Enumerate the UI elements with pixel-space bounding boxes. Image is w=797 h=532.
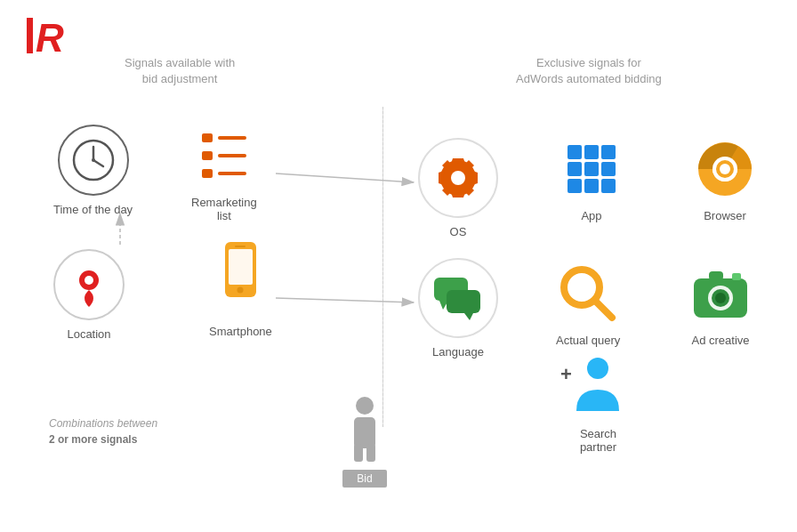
svg-rect-33 xyxy=(584,145,599,159)
language-signal: Language xyxy=(418,258,498,359)
svg-rect-13 xyxy=(202,133,213,142)
bid-section: Bid xyxy=(342,395,387,488)
location-pin-icon xyxy=(67,262,111,307)
svg-point-58 xyxy=(587,358,608,379)
location-circle xyxy=(53,249,125,320)
camera-icon xyxy=(689,262,752,325)
svg-point-45 xyxy=(720,164,730,174)
svg-rect-35 xyxy=(568,162,582,176)
actual-query-label: Actual query xyxy=(556,334,620,347)
combinations-text: Combinations between 2 or more signals xyxy=(49,415,157,447)
divider-line xyxy=(382,107,383,427)
header-left-label: Signals available with bid adjustment xyxy=(125,55,235,87)
clock-icon xyxy=(71,138,116,182)
svg-point-55 xyxy=(715,293,726,303)
search-partner-signal: Search partner xyxy=(569,356,627,454)
svg-rect-56 xyxy=(709,271,723,280)
human-figure: Bid xyxy=(342,395,387,488)
time-circle xyxy=(58,125,129,196)
svg-rect-40 xyxy=(601,179,616,193)
bid-label: Bid xyxy=(342,470,386,488)
language-circle xyxy=(418,258,498,338)
os-circle xyxy=(418,138,498,218)
person-blue-icon xyxy=(569,356,627,418)
os-signal: OS xyxy=(418,138,498,238)
svg-rect-18 xyxy=(218,172,246,175)
svg-rect-48 xyxy=(447,290,480,313)
ad-creative-label: Ad creative xyxy=(689,334,752,347)
svg-rect-36 xyxy=(584,162,599,176)
svg-rect-34 xyxy=(601,145,616,159)
browser-chrome-icon xyxy=(694,138,756,200)
search-partner-label: Search partner xyxy=(569,427,627,454)
smartphone-icon xyxy=(216,240,265,316)
svg-rect-15 xyxy=(202,151,213,160)
svg-rect-20 xyxy=(229,249,253,285)
svg-rect-25 xyxy=(354,444,363,462)
remarketing-icon xyxy=(193,125,255,187)
svg-rect-38 xyxy=(568,179,582,193)
svg-rect-14 xyxy=(218,136,246,140)
language-label: Language xyxy=(418,345,498,359)
svg-rect-22 xyxy=(235,246,246,247)
smartphone-signal: Smartphone xyxy=(209,240,272,338)
app-grid-icon xyxy=(560,138,623,200)
svg-rect-39 xyxy=(584,179,599,193)
app-signal: App xyxy=(560,138,623,222)
svg-rect-26 xyxy=(366,444,375,462)
smartphone-label: Smartphone xyxy=(209,325,272,338)
search-icon xyxy=(557,262,619,325)
logo: R xyxy=(27,16,73,60)
svg-point-31 xyxy=(451,171,465,185)
svg-text:R: R xyxy=(36,16,64,55)
svg-point-21 xyxy=(237,287,243,294)
svg-line-51 xyxy=(595,301,612,318)
browser-signal: Browser xyxy=(694,138,756,222)
svg-rect-17 xyxy=(202,169,213,178)
svg-point-12 xyxy=(85,276,93,285)
svg-line-4 xyxy=(276,173,414,182)
svg-line-5 xyxy=(276,298,414,302)
gear-icon xyxy=(432,152,484,204)
remarketing-label: Remarketing list xyxy=(191,196,257,222)
actual-query-signal: Actual query xyxy=(556,262,620,347)
svg-rect-24 xyxy=(354,417,375,448)
os-label: OS xyxy=(418,225,498,238)
svg-rect-57 xyxy=(732,273,741,280)
browser-label: Browser xyxy=(694,209,756,222)
ad-creative-signal: Ad creative xyxy=(689,262,752,347)
svg-point-10 xyxy=(92,158,95,162)
svg-rect-32 xyxy=(568,145,582,159)
location-label: Location xyxy=(53,327,125,341)
location-signal: Location xyxy=(53,249,125,341)
app-label: App xyxy=(560,209,623,222)
svg-rect-0 xyxy=(27,18,33,53)
remarketing-signal: Remarketing list xyxy=(191,125,257,222)
svg-rect-16 xyxy=(218,154,246,157)
time-signal: Time of the day xyxy=(53,125,133,216)
person-icon xyxy=(342,395,387,466)
speech-bubbles-icon xyxy=(432,276,484,320)
svg-rect-37 xyxy=(601,162,616,176)
header-right-label: Exclusive signals for AdWords automated … xyxy=(516,55,662,87)
time-label: Time of the day xyxy=(53,203,133,216)
svg-marker-49 xyxy=(464,313,473,320)
svg-point-23 xyxy=(356,397,374,415)
